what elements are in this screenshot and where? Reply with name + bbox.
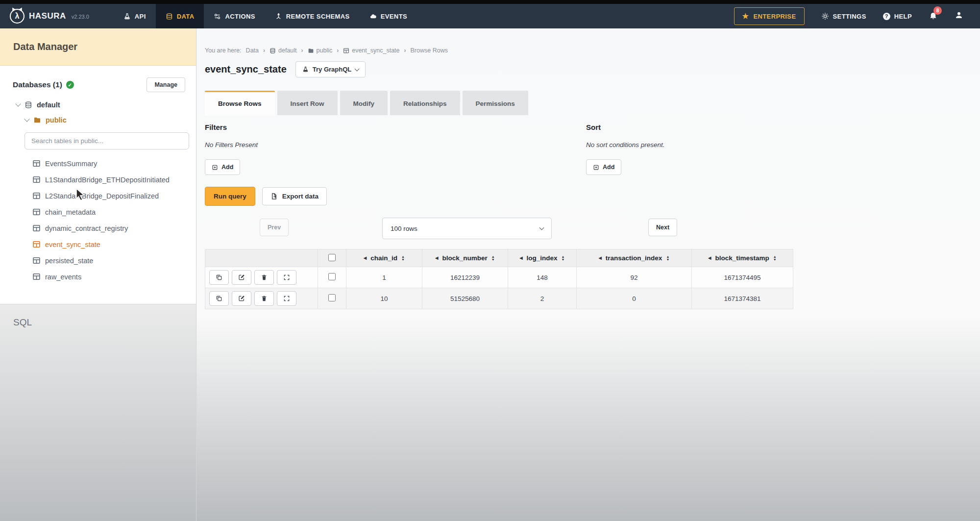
search-tables-input[interactable] xyxy=(24,132,189,149)
cell-value: 51525680 xyxy=(422,288,508,309)
enterprise-button[interactable]: ★ ENTERPRISE xyxy=(734,7,805,25)
tab-insert-row[interactable]: Insert Row xyxy=(277,91,338,115)
tab-relationships[interactable]: Relationships xyxy=(390,91,460,115)
tab-permissions[interactable]: Permissions xyxy=(463,91,528,115)
tree-node-database-default[interactable]: default xyxy=(0,97,196,112)
nav-item-remote-schemas[interactable]: REMOTE SCHEMAS xyxy=(265,4,360,28)
delete-icon xyxy=(261,274,268,281)
chevron-down-icon[interactable] xyxy=(15,101,21,106)
breadcrumb-default[interactable]: default xyxy=(270,47,297,54)
database-name: default xyxy=(37,101,60,109)
add-icon xyxy=(593,164,599,171)
help-label: HELP xyxy=(894,13,912,20)
breadcrumb-public[interactable]: public xyxy=(308,47,333,54)
sidebar-table-item[interactable]: chain_metadata xyxy=(0,204,196,220)
collapse-column-icon[interactable]: ◀ xyxy=(519,256,522,260)
flask-icon xyxy=(302,66,309,73)
column-header[interactable]: ◀block_number▲▼ xyxy=(422,249,508,267)
export-data-button[interactable]: Export data xyxy=(262,187,327,205)
breadcrumb-browse-rows[interactable]: Browse Rows xyxy=(411,47,448,54)
clone-row-button[interactable] xyxy=(209,291,229,306)
rows-per-page-select[interactable]: 100 rows xyxy=(382,218,552,239)
clone-row-button[interactable] xyxy=(209,270,229,285)
hasura-brand[interactable]: λ HASURA v2.23.0 xyxy=(0,9,102,24)
expand-row-button[interactable] xyxy=(277,291,296,306)
nav-item-events[interactable]: EVENTS xyxy=(360,4,417,28)
sort-icon[interactable]: ▲▼ xyxy=(401,255,405,261)
delete-row-button[interactable] xyxy=(254,291,274,306)
expand-row-button[interactable] xyxy=(277,270,296,285)
row-checkbox[interactable] xyxy=(328,273,336,280)
sidebar-table-item[interactable]: persisted_state xyxy=(0,252,196,269)
sort-icon[interactable]: ▲▼ xyxy=(666,255,669,261)
user-menu-button[interactable] xyxy=(955,11,963,22)
run-query-button[interactable]: Run query xyxy=(205,187,255,206)
collapse-column-icon[interactable]: ◀ xyxy=(708,256,711,260)
remote-schemas-icon xyxy=(275,13,282,20)
schema-name: public xyxy=(46,116,67,124)
cell-value: 1671374495 xyxy=(692,267,793,288)
nav-items: API DATA ACTIONS REMOTE SCHEMAS EVENTS xyxy=(114,4,417,28)
nav-item-data[interactable]: DATA xyxy=(156,4,204,28)
manage-button[interactable]: Manage xyxy=(147,77,185,92)
nav-item-api[interactable]: API xyxy=(114,4,156,28)
delete-icon xyxy=(261,295,268,302)
prev-page-button[interactable]: Prev xyxy=(260,219,289,236)
next-page-button[interactable]: Next xyxy=(648,219,677,236)
column-header[interactable]: ◀chain_id▲▼ xyxy=(346,249,422,267)
add-sort-button[interactable]: Add xyxy=(586,159,621,175)
filters-heading: Filters xyxy=(205,123,586,131)
sort-section: Sort No sort conditions present. Add xyxy=(586,123,980,175)
sidebar-table-item[interactable]: L2StandardBridge_DepositFinalized xyxy=(0,188,196,204)
edit-row-button[interactable] xyxy=(232,291,251,306)
sidebar-table-item[interactable]: raw_events xyxy=(0,269,196,285)
tree-node-schema-public[interactable]: public xyxy=(0,112,196,127)
select-all-checkbox[interactable] xyxy=(328,254,336,261)
enterprise-label: ENTERPRISE xyxy=(753,13,796,20)
add-icon xyxy=(212,164,218,171)
help-button[interactable]: ? HELP xyxy=(883,13,912,20)
databases-label-group: Databases (1) ✓ xyxy=(13,80,74,89)
row-checkbox[interactable] xyxy=(328,294,336,301)
sidebar-table-item[interactable]: dynamic_contract_registry xyxy=(0,220,196,236)
column-header[interactable]: ◀block_timestamp▲▼ xyxy=(692,249,793,267)
tab-modify[interactable]: Modify xyxy=(340,91,388,115)
tab-browse-rows[interactable]: Browse Rows xyxy=(205,91,275,115)
row-actions-cell xyxy=(205,288,318,309)
add-filter-button[interactable]: Add xyxy=(205,159,240,175)
nav-item-actions[interactable]: ACTIONS xyxy=(204,4,265,28)
nav-item-label: REMOTE SCHEMAS xyxy=(286,13,350,20)
sidebar-table-item[interactable]: event_sync_state xyxy=(0,236,196,252)
notifications-button[interactable]: 8 xyxy=(929,11,938,22)
sort-icon[interactable]: ▲▼ xyxy=(491,255,495,261)
settings-button[interactable]: SETTINGS xyxy=(821,12,866,20)
nav-item-label: DATA xyxy=(177,13,195,20)
chevron-down-icon xyxy=(539,225,544,230)
column-header[interactable]: ◀transaction_index▲▼ xyxy=(577,249,692,267)
databases-row: Databases (1) ✓ Manage xyxy=(0,66,196,97)
sort-icon[interactable]: ▲▼ xyxy=(562,255,565,261)
column-header[interactable]: ◀log_index▲▼ xyxy=(508,249,577,267)
sidebar-table-item[interactable]: L1StandardBridge_ETHDepositInitiated xyxy=(0,172,196,188)
sort-icon[interactable]: ▲▼ xyxy=(773,255,777,261)
edit-row-button[interactable] xyxy=(232,270,251,285)
collapse-column-icon[interactable]: ◀ xyxy=(599,256,602,260)
breadcrumb-table[interactable]: event_sync_state xyxy=(343,47,399,54)
sidebar-table-item[interactable]: EventsSummary xyxy=(0,155,196,172)
version-label: v2.23.0 xyxy=(72,14,89,20)
collapse-column-icon[interactable]: ◀ xyxy=(435,256,438,260)
chevron-down-icon[interactable] xyxy=(24,116,29,122)
try-graphql-button[interactable]: Try GraphQL xyxy=(295,61,366,77)
table-name: persisted_state xyxy=(45,257,93,265)
breadcrumb-prefix: You are here: xyxy=(205,47,242,54)
cell-value: 92 xyxy=(577,267,692,288)
column-name: log_index xyxy=(527,254,558,262)
nav-item-label: ACTIONS xyxy=(225,13,255,20)
sql-section[interactable]: SQL xyxy=(0,304,196,521)
folder-icon xyxy=(33,116,41,124)
table-header-row: ◀chain_id▲▼◀block_number▲▼◀log_index▲▼◀t… xyxy=(205,249,793,267)
row-actions-cell xyxy=(205,267,318,288)
breadcrumb-data[interactable]: Data xyxy=(246,47,259,54)
collapse-column-icon[interactable]: ◀ xyxy=(364,256,367,260)
delete-row-button[interactable] xyxy=(254,270,274,285)
